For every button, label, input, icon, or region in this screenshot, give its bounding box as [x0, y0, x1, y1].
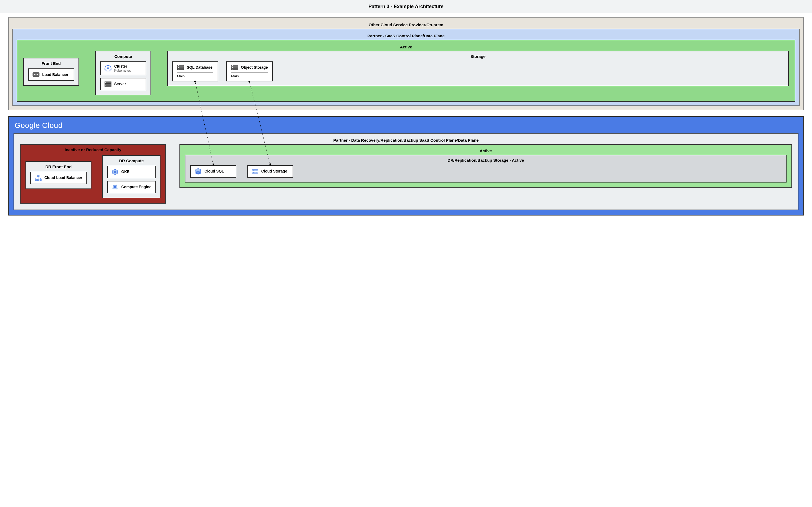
- obj-sub: Main: [231, 74, 268, 78]
- cloud-sql-item: Cloud SQL: [190, 165, 236, 178]
- cloud-load-balancer-item: Cloud Load Balancer: [30, 172, 87, 184]
- other-csp-region: Other Cloud Service Provider/On-prem Par…: [8, 17, 804, 110]
- k8s-sub: Kubernetes: [114, 69, 131, 72]
- dr-compute-label: DR Compute: [107, 159, 156, 163]
- sql-database-card: SQL Database Main: [172, 61, 218, 81]
- load-balancer-icon: [33, 71, 40, 78]
- svg-point-52: [257, 172, 257, 173]
- cloud-load-balancer-icon: [35, 174, 42, 181]
- frontend-group: Front End Load Balancer: [23, 58, 79, 86]
- cloud-storage-item: Cloud Storage: [247, 165, 293, 178]
- server-icon: [104, 80, 111, 88]
- load-balancer-item: Load Balancer: [28, 68, 74, 81]
- diagram-canvas: Other Cloud Service Provider/On-prem Par…: [0, 13, 812, 224]
- svg-rect-24: [37, 175, 39, 177]
- other-csp-label: Other Cloud Service Provider/On-prem: [12, 21, 800, 29]
- google-cloud-logo: Google Cloud: [13, 120, 799, 133]
- svg-point-21: [232, 65, 233, 66]
- frontend-label: Front End: [28, 61, 74, 66]
- svg-point-22: [232, 67, 233, 68]
- dr-frontend-label: DR Front End: [30, 164, 87, 169]
- active-zone-top-label: Active: [23, 43, 789, 51]
- dr-storage-label: DR/Replication/Backup Storage - Active: [190, 158, 781, 163]
- compute-group: Compute Cluster Kubernetes: [95, 51, 151, 95]
- svg-point-23: [232, 69, 233, 69]
- svg-rect-36: [114, 186, 116, 188]
- svg-point-1: [34, 74, 35, 75]
- inactive-zone: Inactive or Reduced Capacity DR Front En…: [20, 144, 166, 204]
- obj-title: Object Storage: [241, 65, 268, 69]
- sql-title: SQL Database: [187, 65, 212, 69]
- k8s-title: Cluster: [114, 64, 131, 69]
- svg-point-3: [37, 74, 38, 75]
- object-storage-icon: [231, 65, 238, 70]
- compute-engine-icon: [111, 184, 118, 191]
- svg-rect-31: [37, 179, 39, 181]
- svg-rect-32: [40, 179, 41, 181]
- partner-saas-region: Partner - SaaS Control Plane/Data Plane …: [12, 29, 800, 106]
- svg-rect-11: [105, 86, 106, 86]
- gke-label: GKE: [121, 170, 130, 174]
- svg-point-5: [107, 67, 109, 69]
- load-balancer-label: Load Balancer: [42, 72, 68, 77]
- active-zone-bottom-label: Active: [185, 147, 786, 155]
- cloud-sql-label: Cloud SQL: [204, 169, 224, 174]
- cloud-sql-icon: [195, 168, 202, 175]
- svg-rect-10: [105, 84, 106, 84]
- active-zone-bottom: Active DR/Replication/Backup Storage - A…: [180, 144, 792, 188]
- object-storage-card: Object Storage Main: [226, 61, 273, 81]
- compute-engine-item: Compute Engine: [107, 181, 156, 193]
- google-cloud-region: Google Cloud Partner - Data Recovery/Rep…: [8, 116, 804, 216]
- partner-dr-region: Partner - Data Recovery/Replication/Back…: [13, 133, 799, 210]
- partner-saas-label: Partner - SaaS Control Plane/Data Plane: [17, 32, 795, 40]
- svg-point-51: [257, 170, 257, 171]
- svg-rect-54: [253, 172, 254, 173]
- svg-rect-53: [253, 170, 254, 170]
- gke-item: GKE: [107, 166, 156, 178]
- cloud-storage-label: Cloud Storage: [261, 169, 287, 174]
- kubernetes-icon: [104, 65, 111, 72]
- storage-group: Storage SQL Database Main: [167, 51, 789, 86]
- dr-frontend-group: DR Front End Cloud Load Balancer: [26, 161, 92, 189]
- diagram-title: Pattern 3 - Example Architecture: [0, 0, 812, 13]
- database-icon: [177, 65, 184, 70]
- cloud-storage-icon: [251, 168, 258, 175]
- dr-storage-group: DR/Replication/Backup Storage - Active C…: [185, 155, 786, 182]
- svg-rect-17: [178, 69, 179, 69]
- svg-rect-9: [105, 82, 106, 82]
- compute-engine-label: Compute Engine: [121, 185, 151, 189]
- k8s-cluster-item: Cluster Kubernetes: [100, 61, 146, 75]
- storage-label: Storage: [172, 54, 784, 59]
- sql-sub: Main: [177, 74, 213, 78]
- server-item: Server: [100, 78, 146, 90]
- server-label: Server: [114, 82, 126, 86]
- inactive-zone-label: Inactive or Reduced Capacity: [26, 147, 160, 152]
- svg-point-2: [36, 74, 36, 75]
- partner-dr-label: Partner - Data Recovery/Replication/Back…: [20, 136, 792, 144]
- svg-rect-30: [35, 179, 37, 181]
- compute-label: Compute: [100, 54, 146, 59]
- active-zone-top: Active Front End Load Balancer: [17, 40, 795, 102]
- gke-icon: [111, 168, 118, 175]
- cloud-load-balancer-label: Cloud Load Balancer: [44, 175, 82, 180]
- svg-rect-15: [178, 65, 179, 66]
- svg-rect-16: [178, 67, 179, 68]
- dr-compute-group: DR Compute GKE Co: [102, 155, 160, 198]
